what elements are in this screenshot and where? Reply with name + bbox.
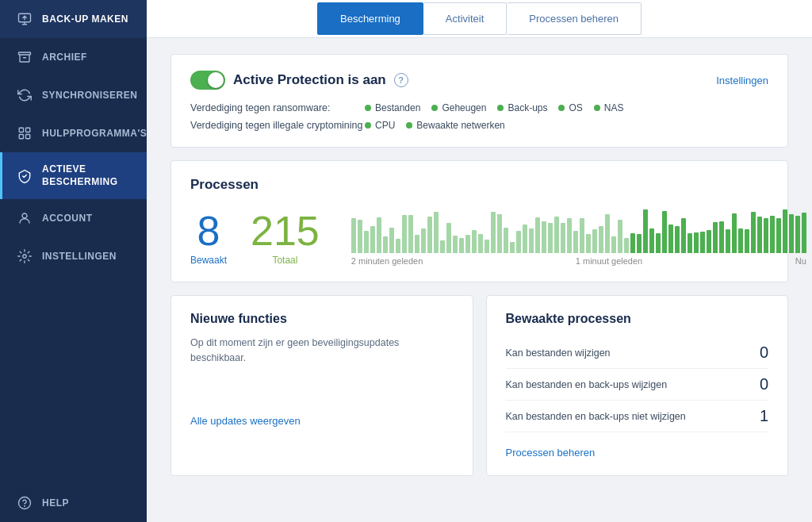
dot-geheugen: Geheugen [431,102,486,113]
help-question-icon[interactable]: ? [394,73,408,87]
sidebar-item-tools[interactable]: HULPPROGRAMMA'S [0,114,147,152]
new-features-text: Op dit moment zijn er geen beveiligingsu… [190,336,454,366]
chart-bar [707,230,711,253]
svg-point-8 [19,497,31,509]
chart-bar [396,239,400,253]
sidebar-item-backup-label: BACK-UP MAKEN [42,13,128,25]
protection-title: Active Protection is aan ? [190,71,408,90]
sidebar-item-sync[interactable]: SYNCHRONISEREN [0,76,147,114]
chart-bar [440,240,445,253]
chart-bar [478,234,483,253]
chart-bar [472,230,477,253]
chart-bar [415,235,419,253]
sidebar-item-archief[interactable]: ARCHIEF [0,38,147,76]
sidebar-item-sync-label: SYNCHRONISEREN [42,90,137,101]
sidebar-item-account[interactable]: ACCOUNT [0,199,147,237]
timeline-middle: 1 minuut geleden [576,256,642,266]
chart-bar [377,217,381,253]
dot-networks: Bewaakte netwerken [406,120,504,131]
cryptomining-label: Verdediging tegen illegale cryptomining [190,120,365,131]
svg-point-9 [25,505,25,506]
chart-bar [662,211,667,253]
sidebar-item-protection[interactable]: ACTIEVE BESCHERMING [0,152,147,199]
chart-bar [630,233,635,253]
chart-bar [599,226,603,253]
cryptomining-dots: CPU Bewaakte netwerken [365,120,505,131]
protection-toggle[interactable] [190,71,225,90]
sidebar-item-settings[interactable]: INSTELLINGEN [0,237,147,275]
processes-card: Processen 8 Bewaakt 215 Totaal 2 minuten… [170,160,788,282]
chart-bar [764,218,768,253]
chart-bar [402,215,407,253]
watched-row-1: Kan bestanden en back-ups wijzigen 0 [506,369,769,401]
processes-stats: 8 Bewaakt 215 Totaal 2 minuten geleden 1… [190,205,768,266]
chart-bar [751,212,756,253]
chart-bar [389,228,394,253]
tab-activiteit[interactable]: Activiteit [423,2,507,35]
chart-bar [548,223,553,253]
chart-bar [504,228,508,253]
chart-bar [535,217,540,253]
help-icon [17,495,33,511]
chart-bar [580,218,584,253]
watched-processes-title: Bewaakte processen [506,312,769,326]
chart-bar [783,209,787,253]
chart-bar [776,218,781,253]
stat-watched: 8 Bewaakt [190,210,227,266]
new-features-card: Nieuwe functies Op dit moment zijn er ge… [170,295,473,476]
chart-bar [364,231,369,253]
bottom-row: Nieuwe functies Op dit moment zijn er ge… [170,295,788,476]
sync-icon [17,87,33,103]
all-updates-link[interactable]: Alle updates weergeven [190,415,301,427]
chart-bar [446,223,451,253]
chart-bar [757,217,762,253]
watched-row-2: Kan bestanden en back-ups niet wijzigen … [506,401,769,432]
total-count: 215 [251,210,320,251]
chart-bar [567,218,572,253]
chart-bar [738,228,743,253]
chart-bar [529,228,534,253]
dot-nas-icon [594,105,600,111]
tab-bescherming[interactable]: Bescherming [317,2,423,35]
stat-total: 215 Totaal [251,210,320,266]
protection-card: Active Protection is aan ? Instellingen … [170,54,788,148]
chart-bar [523,225,527,253]
ransomware-dots: Bestanden Geheugen Back-ups OS NAS [365,102,624,113]
chart-bar [637,234,642,253]
chart-bar [554,217,559,253]
sidebar-item-help[interactable]: HELP [0,484,147,522]
chart-bar [561,223,565,253]
dot-geheugen-icon [431,105,438,111]
watched-row-2-label: Kan bestanden en back-ups niet wijzigen [506,411,686,422]
settings-link[interactable]: Instellingen [716,75,768,86]
chart-bar [789,214,794,253]
svg-rect-4 [19,135,23,139]
processen-beheren-link[interactable]: Processen beheren [506,447,596,459]
archief-icon [17,49,33,65]
chart-bar [510,242,515,253]
chart-bar [732,213,737,253]
sidebar-item-archief-label: ARCHIEF [42,52,87,63]
sidebar-item-settings-label: INSTELLINGEN [42,251,117,262]
total-label: Totaal [272,255,297,266]
chart-bar [358,220,362,253]
chart-bar [656,233,661,253]
watched-row-0-count: 0 [760,344,768,362]
chart-bar [643,209,648,253]
chart-bar [453,236,458,253]
chart-bar [421,228,426,253]
watched-row-1-label: Kan bestanden en back-ups wijzigen [506,379,668,390]
tab-processen[interactable]: Processen beheren [507,2,642,35]
content-area: Active Protection is aan ? Instellingen … [147,38,812,522]
main-area: Bescherming Activiteit Processen beheren… [147,0,812,522]
svg-rect-5 [26,135,30,139]
dot-backups-icon [497,105,504,111]
backup-icon [17,11,33,27]
chart-bar [618,220,622,253]
chart-bar [795,216,800,253]
chart-bar [465,235,470,253]
chart-bar [351,218,356,253]
sidebar-item-backup[interactable]: BACK-UP MAKEN [0,0,147,38]
dot-os: OS [558,102,582,113]
dot-bestanden: Bestanden [365,102,420,113]
